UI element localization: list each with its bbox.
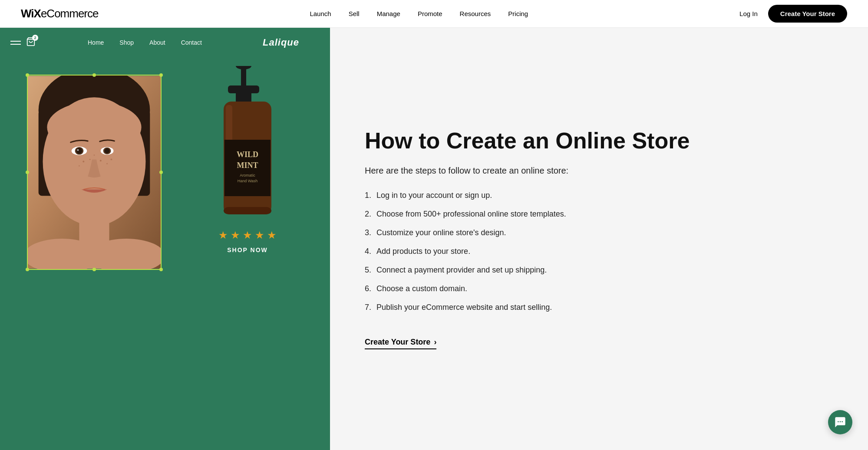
svg-point-10 bbox=[106, 163, 108, 164]
star-3: ★ bbox=[243, 229, 252, 241]
nav-links: Launch Sell Manage Promote Resources Pri… bbox=[310, 10, 528, 17]
svg-rect-35 bbox=[224, 207, 271, 214]
star-4: ★ bbox=[255, 229, 264, 241]
step-1-text: Log in to your account or sign up. bbox=[376, 190, 492, 201]
shop-now-label[interactable]: SHOP NOW bbox=[227, 246, 268, 253]
store-content: WILD MINT Aromatic Hand Wash ★ ★ ★ ★ ★ S… bbox=[0, 57, 330, 450]
hamburger-icon[interactable] bbox=[10, 41, 21, 45]
person-portrait bbox=[28, 76, 161, 269]
step-7-num: 7. bbox=[365, 302, 371, 313]
step-5-num: 5. bbox=[365, 264, 371, 276]
store-navbar: 2 Home Shop About Contact Lalique bbox=[0, 28, 330, 57]
main-content: 2 Home Shop About Contact Lalique bbox=[0, 28, 868, 450]
store-brand-name: Lalique bbox=[242, 37, 320, 48]
create-store-button[interactable]: Create Your Store bbox=[768, 5, 847, 23]
article-cta-arrow: › bbox=[434, 338, 436, 347]
step-5: 5. Connect a payment provider and set up… bbox=[365, 264, 833, 276]
cart-icon[interactable]: 2 bbox=[26, 37, 36, 48]
step-5-text: Connect a payment provider and set up sh… bbox=[376, 264, 547, 276]
svg-text:WILD: WILD bbox=[237, 150, 258, 159]
svg-point-38 bbox=[842, 421, 843, 422]
person-image-selection[interactable] bbox=[27, 75, 162, 270]
svg-point-16 bbox=[76, 148, 83, 154]
cart-count: 2 bbox=[32, 35, 38, 41]
star-5: ★ bbox=[267, 229, 277, 241]
step-2-num: 2. bbox=[365, 208, 371, 220]
svg-point-12 bbox=[111, 158, 112, 160]
svg-point-9 bbox=[100, 160, 102, 161]
star-1: ★ bbox=[218, 229, 228, 241]
product-stars: ★ ★ ★ ★ ★ bbox=[218, 229, 277, 241]
logo-area: WiXeCommerce bbox=[21, 7, 98, 20]
step-3: 3. Customize your online store's design. bbox=[365, 227, 833, 239]
store-preview: 2 Home Shop About Contact Lalique bbox=[0, 28, 330, 450]
svg-text:MINT: MINT bbox=[237, 161, 258, 170]
store-nav-links: Home Shop About Contact bbox=[88, 39, 242, 46]
nav-launch[interactable]: Launch bbox=[310, 10, 331, 17]
step-4-num: 4. bbox=[365, 246, 371, 257]
store-nav-about[interactable]: About bbox=[149, 39, 165, 46]
step-6-text: Choose a custom domain. bbox=[376, 283, 467, 295]
step-3-text: Customize your online store's design. bbox=[376, 227, 506, 239]
nav-resources[interactable]: Resources bbox=[460, 10, 491, 17]
svg-point-20 bbox=[105, 148, 110, 154]
step-7: 7. Publish your eCommerce website and st… bbox=[365, 302, 833, 313]
star-2: ★ bbox=[231, 229, 240, 241]
nav-actions: Log In Create Your Store bbox=[739, 5, 847, 23]
step-3-num: 3. bbox=[365, 227, 371, 239]
selection-handle-br[interactable] bbox=[159, 268, 163, 271]
product-display: WILD MINT Aromatic Hand Wash ★ ★ ★ ★ ★ S… bbox=[208, 66, 287, 253]
selection-handle-mb[interactable] bbox=[92, 268, 96, 271]
step-6: 6. Choose a custom domain. bbox=[365, 283, 833, 295]
article-subtitle: Here are the steps to follow to create a… bbox=[365, 166, 833, 176]
article-title: How to Create an Online Store bbox=[365, 128, 833, 153]
article-cta-label: Create Your Store bbox=[365, 338, 430, 347]
store-nav-home[interactable]: Home bbox=[88, 39, 104, 46]
nav-sell[interactable]: Sell bbox=[349, 10, 360, 17]
article-panel: How to Create an Online Store Here are t… bbox=[330, 28, 868, 450]
navbar: WiXeCommerce Launch Sell Manage Promote … bbox=[0, 0, 868, 28]
bottle-svg: WILD MINT Aromatic Hand Wash bbox=[215, 66, 280, 222]
steps-list: 1. Log in to your account or sign up. 2.… bbox=[365, 190, 833, 320]
step-4-text: Add products to your store. bbox=[376, 246, 470, 257]
store-nav-contact[interactable]: Contact bbox=[181, 39, 202, 46]
nav-manage[interactable]: Manage bbox=[377, 10, 400, 17]
svg-point-37 bbox=[840, 421, 841, 422]
selection-handle-mr[interactable] bbox=[159, 171, 163, 174]
svg-point-13 bbox=[94, 154, 95, 156]
selection-handle-mt[interactable] bbox=[92, 73, 96, 77]
step-6-num: 6. bbox=[365, 283, 371, 295]
svg-text:Hand Wash: Hand Wash bbox=[238, 179, 258, 183]
svg-point-36 bbox=[838, 421, 839, 422]
nav-promote[interactable]: Promote bbox=[418, 10, 442, 17]
svg-point-8 bbox=[89, 159, 91, 160]
login-link[interactable]: Log In bbox=[739, 10, 758, 17]
step-7-text: Publish your eCommerce website and start… bbox=[376, 302, 552, 313]
article-cta-link[interactable]: Create Your Store › bbox=[365, 338, 436, 349]
chat-icon bbox=[834, 416, 846, 428]
logo-ecommerce: eCommerce bbox=[41, 7, 99, 20]
step-1-num: 1. bbox=[365, 190, 371, 201]
step-4: 4. Add products to your store. bbox=[365, 246, 833, 257]
svg-point-11 bbox=[79, 165, 80, 167]
chat-widget[interactable] bbox=[828, 410, 852, 434]
step-1: 1. Log in to your account or sign up. bbox=[365, 190, 833, 201]
svg-text:Aromatic: Aromatic bbox=[240, 173, 255, 177]
step-2: 2. Choose from 500+ professional online … bbox=[365, 208, 833, 220]
step-2-text: Choose from 500+ professional online sto… bbox=[376, 208, 566, 220]
selection-handle-ml[interactable] bbox=[26, 171, 29, 174]
svg-point-25 bbox=[236, 66, 251, 69]
site-logo[interactable]: WiXeCommerce bbox=[21, 7, 98, 20]
svg-point-17 bbox=[77, 149, 79, 151]
svg-point-6 bbox=[47, 102, 141, 153]
svg-point-7 bbox=[83, 161, 84, 162]
store-nav-left: 2 bbox=[10, 37, 88, 48]
logo-wix: WiX bbox=[21, 7, 41, 20]
selection-handle-bl[interactable] bbox=[26, 268, 29, 271]
store-nav-shop[interactable]: Shop bbox=[119, 39, 134, 46]
nav-pricing[interactable]: Pricing bbox=[508, 10, 528, 17]
